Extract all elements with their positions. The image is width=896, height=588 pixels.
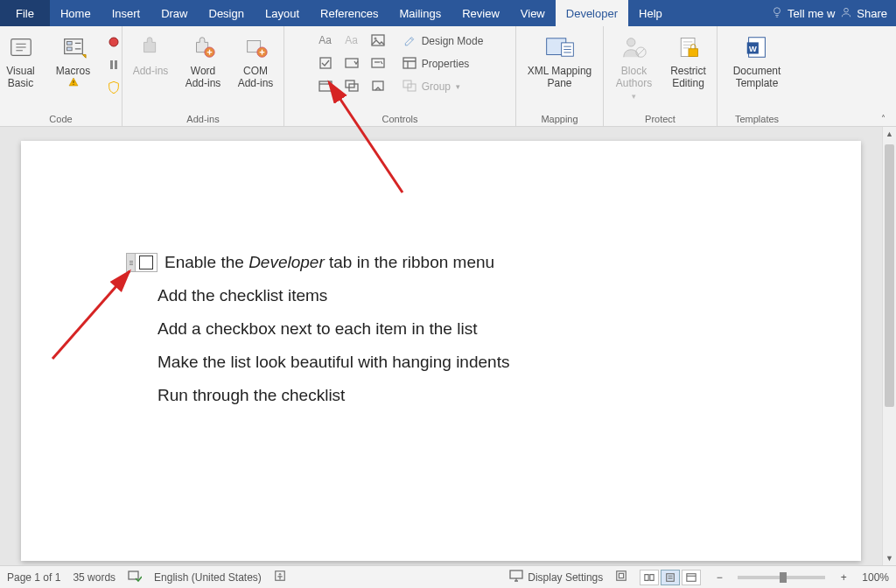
line1-post: tab in the ribbon menu bbox=[325, 253, 494, 271]
zoom-knob[interactable] bbox=[780, 572, 787, 583]
tab-draw[interactable]: Draw bbox=[150, 0, 198, 26]
repeating-section-control[interactable] bbox=[340, 75, 364, 96]
doc-line-2: Add the checklist items bbox=[126, 279, 509, 312]
svg-rect-25 bbox=[403, 58, 416, 68]
view-web-layout[interactable] bbox=[682, 570, 701, 585]
checkbox-content-control[interactable] bbox=[126, 253, 158, 272]
macros-icon bbox=[58, 32, 89, 63]
chevron-down-icon: ▾ bbox=[632, 92, 636, 102]
svg-marker-6 bbox=[82, 54, 86, 58]
scroll-thumb[interactable] bbox=[885, 144, 894, 407]
xml-mapping-button[interactable]: XML Mapping Pane bbox=[522, 30, 598, 92]
tab-help[interactable]: Help bbox=[628, 0, 673, 26]
tell-me[interactable]: Tell me w bbox=[771, 6, 835, 21]
doc-text: Enable the Developer tab in the ribbon m… bbox=[164, 246, 494, 279]
group-code-label: Code bbox=[5, 112, 116, 126]
tab-review[interactable]: Review bbox=[452, 0, 510, 26]
vertical-scrollbar[interactable]: ▲ ▼ bbox=[882, 127, 896, 565]
macros-button[interactable]: Macros bbox=[49, 30, 98, 94]
svg-point-41 bbox=[279, 573, 282, 576]
word-addins-button[interactable]: Word Add-ins bbox=[178, 30, 228, 92]
addins-icon bbox=[135, 32, 166, 63]
tab-file[interactable]: File bbox=[0, 0, 50, 26]
document-template-button[interactable]: W Document Template bbox=[724, 30, 790, 92]
com-addins-icon bbox=[240, 32, 271, 63]
word-addins-icon bbox=[187, 32, 219, 63]
status-language[interactable]: English (United States) bbox=[154, 571, 262, 584]
group-templates-label: Templates bbox=[723, 112, 791, 126]
block-authors-label: Block Authors bbox=[610, 65, 659, 90]
line1-italic: Developer bbox=[248, 253, 325, 271]
titlebar: File Home Insert Draw Design Layout Refe… bbox=[0, 0, 896, 26]
properties-icon bbox=[402, 57, 416, 72]
tab-home[interactable]: Home bbox=[50, 0, 102, 26]
content-control-handle[interactable] bbox=[127, 254, 136, 271]
zoom-out[interactable]: − bbox=[713, 571, 725, 584]
view-print-layout[interactable] bbox=[661, 570, 680, 585]
block-authors-button[interactable]: Block Authors ▾ bbox=[608, 30, 661, 103]
chevron-down-icon: ▾ bbox=[456, 82, 460, 91]
status-words[interactable]: 35 words bbox=[73, 571, 116, 584]
tell-me-label: Tell me w bbox=[788, 7, 835, 20]
tab-references[interactable]: References bbox=[310, 0, 388, 26]
macros-label: Macros bbox=[56, 65, 90, 77]
restrict-editing-icon bbox=[673, 32, 704, 63]
svg-rect-4 bbox=[66, 41, 72, 45]
scroll-down-button[interactable]: ▼ bbox=[883, 551, 896, 565]
addins-button[interactable]: Add-ins bbox=[126, 30, 175, 79]
properties-button[interactable]: Properties bbox=[399, 54, 487, 74]
tab-layout[interactable]: Layout bbox=[255, 0, 310, 26]
share-button[interactable]: Share bbox=[840, 6, 887, 21]
svg-point-30 bbox=[626, 38, 634, 46]
com-addins-label: COM Add-ins bbox=[233, 65, 278, 90]
legacy-tools-control[interactable] bbox=[366, 75, 390, 96]
display-settings-label: Display Settings bbox=[528, 571, 603, 584]
collapse-ribbon-button[interactable]: ˄ bbox=[875, 112, 891, 124]
zoom-level[interactable]: 100% bbox=[862, 571, 889, 584]
combobox-control[interactable] bbox=[340, 52, 364, 74]
svg-point-1 bbox=[844, 8, 849, 12]
tab-design[interactable]: Design bbox=[199, 0, 255, 26]
tab-insert[interactable]: Insert bbox=[102, 0, 151, 26]
com-addins-button[interactable]: COM Add-ins bbox=[231, 30, 280, 92]
visual-basic-button[interactable]: Visual Basic bbox=[0, 30, 46, 92]
share-label: Share bbox=[857, 7, 887, 20]
line3-text: Add a checkbox next to each item in the … bbox=[158, 312, 477, 346]
properties-label: Properties bbox=[422, 58, 470, 70]
plain-text-control[interactable]: Aa bbox=[340, 30, 364, 51]
statusbar: Page 1 of 1 35 words English (United Sta… bbox=[0, 565, 896, 588]
group-button[interactable]: Group ▾ bbox=[399, 77, 487, 96]
document-body[interactable]: Enable the Developer tab in the ribbon m… bbox=[126, 246, 509, 412]
display-settings[interactable]: Display Settings bbox=[509, 570, 603, 584]
picture-control[interactable] bbox=[366, 30, 390, 51]
svg-rect-18 bbox=[320, 58, 331, 68]
status-accessibility[interactable] bbox=[274, 570, 286, 584]
group-controls-label: Controls bbox=[290, 112, 510, 126]
monitor-icon bbox=[509, 570, 523, 584]
status-spellcheck[interactable] bbox=[128, 570, 142, 584]
rich-text-control[interactable]: Aa bbox=[313, 30, 338, 51]
checkbox-control[interactable] bbox=[313, 52, 338, 74]
checkbox-box[interactable] bbox=[139, 256, 153, 270]
scroll-up-button[interactable]: ▲ bbox=[883, 127, 896, 141]
focus-mode[interactable] bbox=[615, 570, 627, 584]
controls-gallery: Aa Aa bbox=[313, 30, 390, 96]
design-mode-button[interactable]: Design Mode bbox=[399, 32, 487, 51]
line4-text: Make the list look beautiful with hangin… bbox=[158, 346, 509, 379]
zoom-in[interactable]: + bbox=[837, 571, 850, 584]
svg-rect-33 bbox=[689, 49, 698, 57]
svg-rect-44 bbox=[620, 573, 624, 578]
tab-developer[interactable]: Developer bbox=[556, 0, 628, 26]
status-page[interactable]: Page 1 of 1 bbox=[7, 571, 60, 584]
view-read-mode[interactable] bbox=[640, 570, 659, 585]
xml-mapping-label: XML Mapping Pane bbox=[524, 65, 596, 90]
svg-rect-45 bbox=[667, 573, 675, 581]
date-picker-control[interactable] bbox=[313, 75, 338, 96]
zoom-slider[interactable] bbox=[738, 576, 825, 579]
tab-mailings[interactable]: Mailings bbox=[389, 0, 452, 26]
svg-rect-8 bbox=[73, 80, 74, 83]
restrict-editing-button[interactable]: Restrict Editing bbox=[664, 30, 713, 92]
document-page[interactable]: Enable the Developer tab in the ribbon m… bbox=[21, 141, 861, 561]
dropdown-control[interactable] bbox=[366, 52, 390, 74]
tab-view[interactable]: View bbox=[510, 0, 556, 26]
